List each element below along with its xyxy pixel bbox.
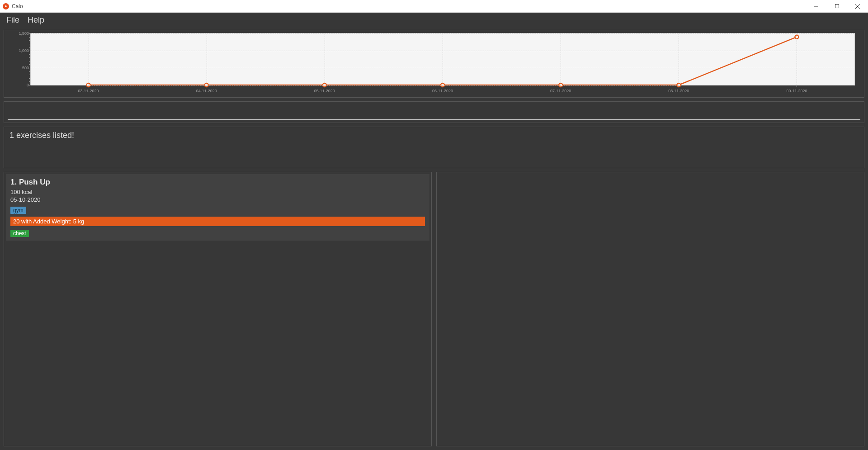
svg-rect-1	[835, 5, 839, 8]
minimize-button[interactable]	[806, 0, 826, 13]
app-root: File Help 05001,0001,50003-11-202004-11-…	[0, 13, 868, 450]
chart-plot-area: 05001,0001,50003-11-202004-11-202005-11-…	[30, 33, 855, 85]
window-titlebar: ● Calo	[0, 0, 868, 13]
command-panel	[4, 101, 864, 123]
exercise-card[interactable]: 1. Push Up100 kcal05-10-2020gym20 with A…	[6, 174, 429, 241]
titlebar-left: ● Calo	[3, 3, 23, 9]
maximize-button[interactable]	[826, 0, 847, 13]
result-panel: 1 exercises listed!	[4, 127, 864, 168]
menubar: File Help	[0, 13, 868, 27]
chart-x-tick-label: 03-11-2020	[78, 89, 99, 93]
exercise-muscle-tag: chest	[10, 230, 29, 237]
chart-x-tick-label: 06-11-2020	[432, 89, 453, 93]
close-icon	[855, 4, 860, 9]
minimize-icon	[813, 4, 819, 9]
chart-x-tick-label: 09-11-2020	[786, 89, 807, 93]
chart-y-tick-label: 1,000	[17, 48, 29, 53]
lists-area: 1. Push Up100 kcal05-10-2020gym20 with A…	[0, 172, 868, 450]
exercise-location-tag: gym	[10, 207, 26, 214]
chart-x-tick-label: 08-11-2020	[668, 89, 689, 93]
chart-x-tick-label: 05-11-2020	[314, 89, 335, 93]
menu-help[interactable]: Help	[28, 15, 44, 25]
result-message: 1 exercises listed!	[9, 131, 74, 140]
chart-x-tick-label: 07-11-2020	[550, 89, 571, 93]
close-button[interactable]	[847, 0, 868, 13]
exercise-calories: 100 kcal	[10, 189, 425, 195]
app-icon: ●	[3, 3, 9, 9]
window-title: Calo	[12, 3, 23, 9]
exercise-title: 1. Push Up	[10, 178, 425, 187]
exercise-list-panel[interactable]: 1. Push Up100 kcal05-10-2020gym20 with A…	[4, 172, 432, 446]
chart-y-tick-label: 1,500	[17, 31, 29, 36]
chart-y-tick-label: 0	[17, 83, 29, 87]
menu-file[interactable]: File	[6, 15, 19, 25]
chart-y-tick-label: 500	[17, 66, 29, 70]
maximize-icon	[835, 4, 840, 9]
right-list-panel[interactable]	[436, 172, 864, 446]
window-controls	[806, 0, 868, 13]
command-input[interactable]	[8, 106, 860, 120]
exercise-date: 05-10-2020	[10, 196, 425, 203]
exercise-sets: 20 with Added Weight: 5 kg	[10, 217, 425, 226]
chart-panel: 05001,0001,50003-11-202004-11-202005-11-…	[4, 30, 864, 98]
chart-x-tick-label: 04-11-2020	[196, 89, 217, 93]
